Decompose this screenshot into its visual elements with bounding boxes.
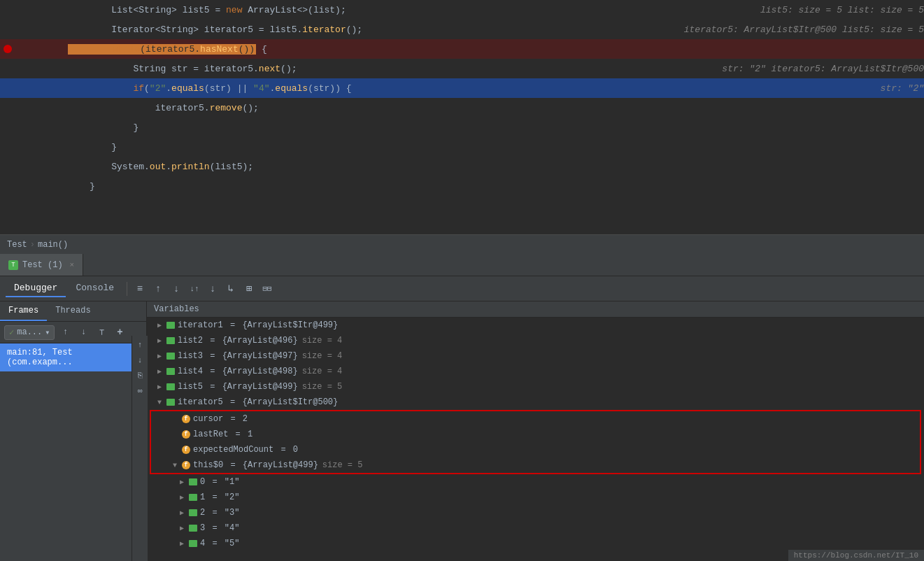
expand-icon [169, 429, 180, 440]
variable-elem-3[interactable]: ▶ 3 = "4" [147, 520, 924, 536]
variable-elem-2[interactable]: ▶ 2 = "3" [147, 505, 924, 520]
variable-type-icon [189, 540, 197, 547]
variable-list2[interactable]: ▶ list2 = {ArrayList@496} size = 4 [147, 333, 924, 348]
variables-header: Variables [147, 301, 924, 318]
frame-dropdown[interactable]: ✓ ma... ▾ [4, 325, 55, 340]
debug-main: Frames Threads ✓ ma... ▾ ↑ ↓ ⊤ + main:81… [0, 301, 924, 561]
expand-icon[interactable]: ▶ [154, 320, 165, 331]
frame-item[interactable]: main:81, Test (com.exapm... [0, 343, 146, 371]
variable-iterator1[interactable]: ▶ iterator1 = {ArrayList$Itr@499} [147, 318, 924, 333]
expand-icon[interactable]: ▶ [154, 366, 165, 377]
toolbar-settings-button[interactable]: ⊟⊟ [259, 280, 276, 297]
expand-icon [169, 413, 180, 425]
tab-threads[interactable]: Threads [47, 301, 99, 321]
frame-dropdown-label: ma... [17, 327, 42, 337]
toolbar-step-into-button[interactable]: ↓ [168, 280, 185, 297]
variable-lastret[interactable]: f lastRet = 1 [151, 427, 920, 442]
expand-icon[interactable]: ▼ [154, 397, 165, 408]
field-type-icon: f [182, 430, 190, 439]
variable-elem-4[interactable]: ▶ 4 = "5" [147, 536, 924, 551]
toolbar-resume-button[interactable]: ↓ [204, 280, 221, 297]
tab-close-button[interactable]: × [70, 261, 75, 269]
variable-type-icon [166, 368, 175, 375]
tab-frames[interactable]: Frames [0, 301, 47, 321]
toolbar-run-to-cursor-button[interactable]: ↳ [222, 280, 239, 297]
variables-panel: Variables ▶ iterator1 = {ArrayList$Itr@4… [147, 301, 924, 561]
code-editor: List<String> list5 = new ArrayList<>(lis… [0, 0, 924, 234]
field-type-icon: f [182, 446, 190, 454]
variable-elem-0[interactable]: ▶ 0 = "1" [147, 474, 924, 490]
breadcrumb-item[interactable]: Test [7, 240, 27, 250]
expand-icon[interactable]: ▶ [176, 492, 187, 503]
tab-console[interactable]: Console [67, 280, 122, 297]
expand-icon[interactable]: ▶ [176, 476, 187, 488]
watch-button[interactable]: ∞ [134, 385, 146, 397]
url-bar: https://blog.csdn.net/IT_10 [788, 550, 924, 561]
frame-controls: ✓ ma... ▾ ↑ ↓ ⊤ + [0, 322, 146, 343]
filter-button[interactable]: ⊤ [94, 325, 109, 340]
expand-icon[interactable]: ▶ [154, 350, 165, 362]
toolbar-separator [127, 282, 127, 296]
breadcrumb: Test › main() [0, 234, 924, 254]
breadcrumb-item[interactable]: main() [38, 240, 68, 250]
expand-icon[interactable]: ▶ [176, 523, 187, 534]
field-type-icon: f [182, 461, 190, 469]
toolbar-step-over-up-button[interactable]: ↑ [150, 280, 166, 297]
variable-type-icon [189, 494, 197, 501]
chevron-down-icon: ▾ [45, 327, 50, 338]
toolbar-evaluate-button[interactable]: ⊞ [241, 280, 257, 297]
copy-button[interactable]: ⎘ [134, 369, 146, 382]
variable-type-icon [166, 383, 175, 390]
expand-icon[interactable]: ▶ [176, 507, 187, 518]
tab-debugger[interactable]: Debugger [6, 280, 66, 297]
side-panel: ↑ ↓ ⎘ ∞ [132, 336, 148, 561]
tab-label: Test (1) [22, 260, 63, 270]
checkmark-icon: ✓ [9, 327, 14, 338]
tab-test-icon: T [8, 260, 18, 270]
variable-cursor[interactable]: f cursor = 2 [151, 411, 920, 427]
panel-tabs: Frames Threads [0, 301, 146, 322]
frame-down-button[interactable]: ↓ [76, 325, 91, 340]
breakpoint-indicator [3, 45, 12, 53]
variable-type-icon [166, 322, 175, 329]
tab-item[interactable]: T Test (1) × [0, 254, 83, 276]
variable-type-icon [166, 337, 175, 344]
expand-icon [169, 444, 180, 455]
breadcrumb-separator: › [30, 240, 35, 250]
expand-icon[interactable]: ▶ [154, 381, 165, 392]
frame-list: main:81, Test (com.exapm... [0, 343, 146, 561]
debugger-toolbar: Debugger Console ≡ ↑ ↓ ↓↑ ↓ ↳ ⊞ ⊟⊟ [0, 276, 924, 301]
variable-elem-1[interactable]: ▶ 1 = "2" [147, 490, 924, 505]
variable-list4[interactable]: ▶ list4 = {ArrayList@498} size = 4 [147, 364, 924, 379]
code-line: } [0, 176, 924, 196]
variable-iterator5[interactable]: ▼ iterator5 = {ArrayList$Itr@500} [147, 395, 924, 410]
variable-type-icon [166, 353, 175, 360]
variable-type-icon [166, 399, 175, 406]
expand-icon[interactable]: ▼ [169, 460, 180, 471]
variable-expectedmodcount[interactable]: f expectedModCount = 0 [151, 442, 920, 457]
frame-up-button[interactable]: ↑ [57, 325, 73, 340]
variable-this0[interactable]: ▼ f this$0 = {ArrayList@499} size = 5 [151, 457, 920, 473]
variable-list5[interactable]: ▶ list5 = {ArrayList@499} size = 5 [147, 379, 924, 395]
variable-type-icon [189, 525, 197, 532]
variable-list3[interactable]: ▶ list3 = {ArrayList@497} size = 4 [147, 348, 924, 364]
expand-icon[interactable]: ▶ [154, 335, 165, 346]
variable-type-icon [189, 478, 197, 485]
highlighted-variables-section: f cursor = 2 f lastRet = 1 f expectedMod… [150, 410, 921, 474]
restore-layout-button[interactable]: ↑ [134, 339, 146, 351]
expand-icon[interactable]: ▶ [176, 538, 187, 549]
tab-bar: T Test (1) × [0, 254, 924, 276]
field-type-icon: f [182, 415, 190, 423]
variable-type-icon [189, 509, 197, 516]
toolbar-step-out-button[interactable]: ↓↑ [186, 280, 203, 297]
toolbar-menu-button[interactable]: ≡ [132, 280, 148, 297]
left-panel: Frames Threads ✓ ma... ▾ ↑ ↓ ⊤ + main:81… [0, 301, 147, 561]
add-frame-button[interactable]: + [112, 325, 127, 340]
pin-button[interactable]: ↓ [134, 354, 146, 367]
